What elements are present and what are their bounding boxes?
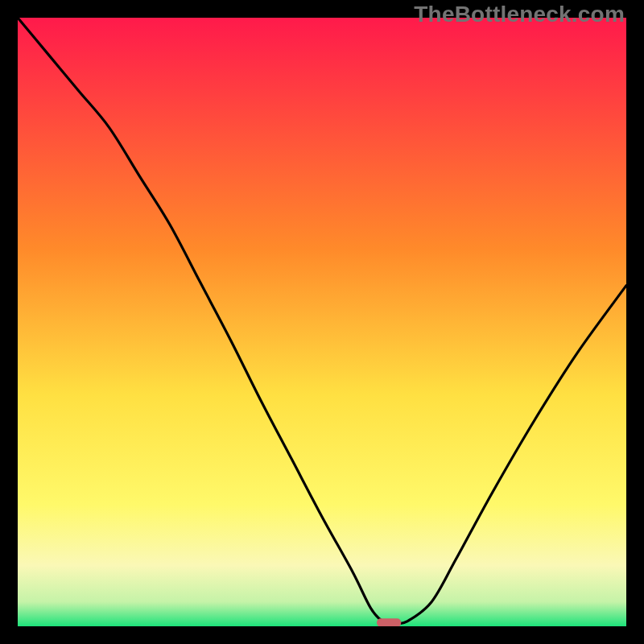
chart-background-gradient [18, 18, 626, 626]
chart-plot-area [18, 18, 626, 626]
chart-svg [18, 18, 626, 626]
optimal-marker [377, 618, 401, 626]
watermark-text: TheBottleneck.com [414, 2, 625, 27]
chart-frame: TheBottleneck.com [0, 0, 644, 644]
